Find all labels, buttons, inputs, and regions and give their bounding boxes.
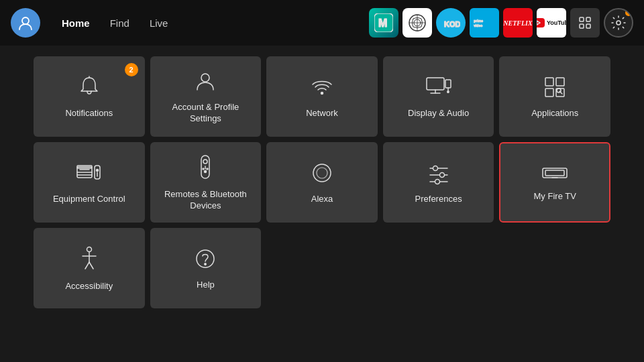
accessibility-icon: [76, 245, 102, 273]
account-label: Account & Profile Settings: [156, 102, 256, 125]
tile-my-fire-tv[interactable]: My Fire TV: [499, 142, 610, 223]
my-fire-tv-label: My Fire TV: [534, 191, 576, 202]
tile-account[interactable]: Account & Profile Settings: [150, 56, 262, 137]
svg-point-44: [317, 168, 327, 178]
svg-rect-20: [445, 80, 451, 88]
notifications-label: Notifications: [65, 108, 113, 119]
equipment-label: Equipment Control: [53, 194, 125, 205]
svg-rect-17: [427, 78, 444, 90]
tile-network[interactable]: Network: [266, 56, 378, 137]
nav-find[interactable]: Find: [102, 13, 138, 33]
empty-cell-3: [499, 228, 610, 308]
svg-point-35: [96, 169, 98, 171]
svg-text:video: video: [474, 23, 482, 27]
help-label: Help: [197, 280, 215, 291]
settings-badge: [625, 9, 632, 16]
svg-point-16: [321, 92, 323, 94]
svg-point-41: [203, 168, 204, 170]
nav-home[interactable]: Home: [54, 13, 98, 33]
remotes-label: Remotes & Bluetooth Devices: [156, 189, 256, 212]
nav-apps: M KODI prime video NETFLI: [369, 8, 633, 38]
tile-accessibility[interactable]: Accessibility: [34, 228, 145, 308]
svg-rect-25: [545, 88, 553, 97]
bell-icon: [76, 74, 102, 100]
tv-remote-icon: [74, 160, 104, 186]
svg-rect-11: [580, 24, 584, 28]
app-netflix[interactable]: NETFLIX: [503, 8, 533, 38]
top-nav: Home Find Live M KODI: [0, 0, 644, 46]
settings-gear-button[interactable]: [604, 8, 633, 38]
app-grid-button[interactable]: [570, 8, 600, 38]
nav-live[interactable]: Live: [142, 13, 176, 33]
svg-point-13: [616, 21, 621, 25]
svg-point-0: [22, 17, 29, 24]
monitor-speaker-icon: [424, 74, 453, 100]
empty-cell-2: [383, 228, 494, 308]
avatar[interactable]: [11, 8, 40, 38]
tile-display-audio[interactable]: Display & Audio: [383, 56, 494, 137]
svg-text:prime: prime: [474, 19, 483, 23]
svg-point-15: [201, 74, 209, 82]
app-kodi[interactable]: KODI: [436, 8, 466, 38]
svg-rect-24: [556, 78, 564, 86]
empty-cell-1: [266, 228, 378, 308]
sliders-icon: [426, 160, 451, 186]
app-mazon[interactable]: M: [369, 8, 398, 38]
tile-alexa[interactable]: Alexa: [266, 142, 378, 223]
svg-point-42: [207, 168, 208, 170]
svg-point-50: [435, 179, 439, 184]
display-audio-label: Display & Audio: [408, 108, 469, 119]
preferences-label: Preferences: [415, 194, 462, 205]
svg-point-28: [557, 88, 561, 93]
svg-point-22: [447, 90, 448, 92]
svg-line-58: [89, 262, 93, 269]
settings-row-2: Equipment Control Remotes & Bluetooth De…: [34, 142, 610, 223]
notifications-badge: 2: [125, 63, 138, 76]
svg-text:M: M: [378, 17, 387, 29]
tile-notifications[interactable]: 2 Notifications: [34, 56, 145, 137]
app-sports[interactable]: [402, 8, 432, 38]
settings-row-3: Accessibility Help: [34, 228, 610, 308]
app-youtube[interactable]: YouTube: [537, 8, 566, 38]
apps-icon: [542, 74, 568, 100]
svg-rect-52: [545, 170, 564, 176]
alexa-icon: [309, 160, 335, 186]
wifi-icon: [309, 74, 335, 100]
tile-remotes[interactable]: Remotes & Bluetooth Devices: [150, 142, 262, 223]
person-icon: [193, 68, 218, 94]
svg-rect-10: [586, 17, 590, 21]
svg-marker-8: [537, 21, 540, 25]
svg-rect-9: [580, 17, 584, 21]
tile-applications[interactable]: Applications: [499, 56, 610, 137]
tile-equipment[interactable]: Equipment Control: [34, 142, 145, 223]
svg-point-38: [203, 160, 207, 164]
tile-help[interactable]: Help: [150, 228, 262, 308]
svg-point-43: [313, 164, 331, 182]
app-prime[interactable]: prime video: [470, 8, 499, 38]
svg-point-40: [205, 171, 207, 173]
help-icon: [193, 246, 218, 272]
nav-links: Home Find Live: [54, 13, 176, 33]
settings-row-1: 2 Notifications Account & Profile Settin…: [34, 56, 610, 137]
firetv-icon: [540, 163, 570, 183]
svg-point-54: [87, 247, 91, 251]
svg-rect-51: [543, 168, 567, 178]
svg-point-48: [439, 172, 444, 177]
remote-icon: [193, 153, 218, 181]
svg-point-46: [433, 166, 437, 170]
settings-main: 2 Notifications Account & Profile Settin…: [0, 46, 644, 319]
svg-rect-23: [545, 78, 553, 86]
svg-rect-12: [586, 24, 590, 28]
tile-preferences[interactable]: Preferences: [383, 142, 494, 223]
applications-label: Applications: [531, 108, 578, 119]
svg-point-60: [205, 263, 206, 264]
alexa-label: Alexa: [311, 194, 333, 205]
accessibility-label: Accessibility: [65, 281, 113, 292]
svg-text:KODI: KODI: [444, 20, 460, 28]
network-label: Network: [306, 108, 338, 119]
svg-line-57: [85, 262, 89, 269]
